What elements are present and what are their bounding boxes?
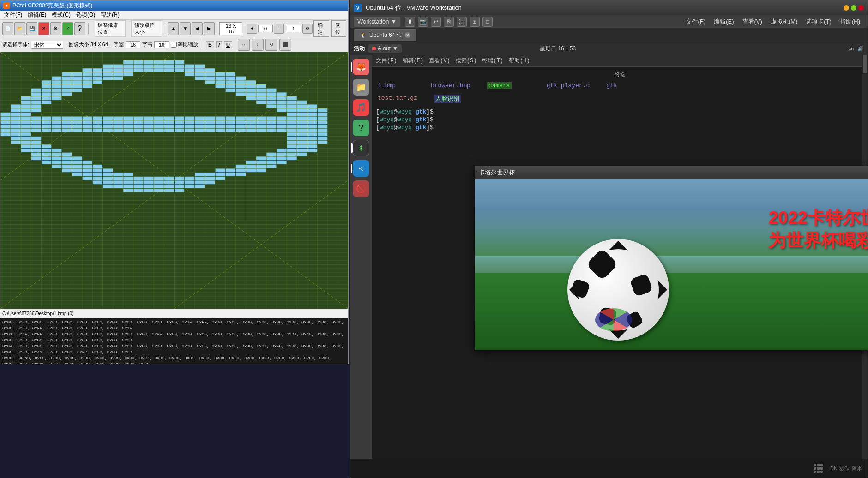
hex-line-4: 0x00, 0x0sC, 0xFF, 0x00, 0x00, 0x00, 0x0…	[2, 356, 346, 364]
pctolcd-menubar: 文件(F) 编辑(E) 模式(C) 选项(O) 帮助(H)	[0, 11, 348, 20]
menu-file[interactable]: 文件(F)	[2, 11, 24, 19]
menu-edit[interactable]: 编辑(E)	[26, 11, 48, 19]
clone-button[interactable]: ⎘	[444, 17, 454, 27]
flip-h-button[interactable]: ↔	[238, 39, 250, 51]
hex-line-1: 0x00, 0x00, 0x00, 0x00, 0x00, 0x00, 0x00…	[2, 320, 346, 332]
sidebar-forbidden[interactable]: 🚫	[353, 180, 369, 197]
term-menu-edit[interactable]: 编辑(E)	[403, 57, 424, 65]
vmware-taskbar: DN ⓒ作_阿米	[350, 459, 868, 478]
menu-mode[interactable]: 模式(C)	[50, 11, 72, 19]
underline-button[interactable]: U	[224, 41, 232, 48]
size-section: 16 X 16	[219, 22, 242, 35]
term-menu-terminal[interactable]: 终端(T)	[482, 57, 503, 65]
prompt-2: [wbyq@wbyq gtk]$	[376, 116, 864, 123]
grass-field	[475, 273, 868, 350]
settings-button[interactable]: ⚙	[50, 22, 61, 35]
spacer2	[474, 82, 483, 89]
full-screen-button[interactable]: ⛶	[457, 17, 467, 27]
term-menu-file[interactable]: 文件(F)	[376, 57, 397, 65]
ubuntu-tab[interactable]: 🐧 Ubuntu 64 位 ✕	[354, 29, 416, 41]
system-tray: cn 🔊	[848, 46, 864, 52]
vmware-menu-tabs[interactable]: 选项卡(T)	[802, 17, 835, 27]
bold-button[interactable]: B	[206, 41, 214, 48]
app-grid-icon[interactable]	[814, 464, 823, 473]
maximize-button[interactable]	[851, 5, 856, 11]
app-dot	[372, 47, 376, 50]
help-button[interactable]: ?	[74, 22, 85, 35]
term-menu-help[interactable]: 帮助(H)	[509, 57, 530, 65]
pctolcd-app-icon: ■	[3, 2, 10, 9]
flip-v-button[interactable]: ↕	[252, 39, 264, 51]
pctolcd-canvas-area[interactable]	[0, 52, 348, 309]
vmware-menu-view[interactable]: 查看(V)	[739, 17, 766, 27]
user-3: wbyq	[380, 124, 394, 131]
image-size-label: 图像大小:34 X 64	[69, 41, 108, 48]
spacer4	[593, 82, 603, 89]
prompt-1: [wbyq@wbyq gtk]$	[376, 108, 864, 115]
confirm-button[interactable]: ✓	[62, 22, 73, 35]
minimize-button[interactable]	[844, 5, 849, 11]
term-menu-view[interactable]: 查看(V)	[429, 57, 450, 65]
grid-dot-2	[817, 464, 819, 466]
sidebar-vscode[interactable]: ≺	[353, 160, 369, 177]
term-menu-search[interactable]: 搜索(S)	[456, 57, 477, 65]
open-file-button[interactable]: 📂	[14, 22, 25, 35]
scroll-thumb[interactable]	[863, 55, 867, 73]
pause-button[interactable]: ⏸	[405, 17, 415, 27]
spacer1	[399, 82, 427, 89]
delete-button[interactable]: ✕	[38, 22, 49, 35]
grid-dot-3	[820, 464, 823, 466]
pixel-size-down[interactable]: -	[274, 24, 284, 34]
grid-dot-9	[820, 471, 823, 473]
menu-options[interactable]: 选项(O)	[74, 11, 97, 19]
pixel-canvas[interactable]	[0, 52, 348, 309]
pixel-size-input[interactable]: 0	[258, 25, 273, 32]
user-2: wbyq	[380, 116, 394, 123]
arrow-down[interactable]: ▼	[180, 22, 191, 35]
ubuntu-sidebar: 🦊 📁 🎵 ? $ ≺ 🚫	[350, 55, 372, 478]
sidebar-rhythmbox[interactable]: 🎵	[353, 99, 369, 116]
worldcup-title-line2: 为世界杯喝彩！	[768, 229, 868, 252]
tab-close-button[interactable]: ✕	[405, 32, 410, 38]
right-toolbar: 确定 复位	[313, 20, 346, 37]
vmware-menu-vm[interactable]: 虚拟机(M)	[767, 17, 802, 27]
arrow-right[interactable]: ▶	[204, 22, 215, 35]
fit-guest-button[interactable]: □	[482, 17, 493, 27]
height-label: 字高	[142, 41, 152, 48]
menu-help[interactable]: 帮助(H)	[99, 11, 121, 19]
rotate-button[interactable]: ↻	[265, 39, 277, 51]
vmware-tabbar: 🐧 Ubuntu 64 位 ✕	[350, 28, 868, 42]
sidebar-help[interactable]: ?	[353, 120, 369, 136]
equal-scale-checkbox[interactable]: 等比缩放	[171, 41, 198, 48]
sidebar-files[interactable]: 📁	[353, 79, 369, 96]
adjust-label: 调整像素位置	[95, 20, 126, 37]
system-clock: 星期日 16：53	[540, 45, 576, 53]
arrow-left[interactable]: ◀	[192, 22, 203, 35]
sidebar-terminal[interactable]: $	[353, 140, 369, 156]
reset-btn[interactable]: 复位	[331, 20, 346, 37]
snapshot-button[interactable]: 📷	[418, 17, 428, 27]
italic-button[interactable]: I	[216, 41, 222, 48]
pixel-offset-input[interactable]: 0	[287, 25, 301, 32]
confirm-btn[interactable]: 确定	[313, 20, 329, 37]
workstation-dropdown[interactable]: Workstation ▼	[354, 17, 400, 27]
fit-window-button[interactable]: ⊞	[470, 17, 480, 27]
vmware-menu-edit[interactable]: 编辑(E)	[710, 17, 737, 27]
vmware-menu-help[interactable]: 帮助(H)	[836, 17, 864, 27]
pixel-size-up[interactable]: +	[247, 24, 257, 34]
close-button[interactable]	[858, 5, 864, 11]
restore-button[interactable]: ↩	[431, 17, 441, 27]
activities-button[interactable]: 活动	[354, 45, 365, 53]
invert-button[interactable]: ⬛	[279, 39, 291, 51]
dir-1: gtk	[416, 108, 426, 115]
pixel-reset[interactable]: ↺	[302, 24, 313, 34]
vmware-menu-file[interactable]: 文件(F)	[682, 17, 710, 27]
new-file-button[interactable]: 📄	[2, 22, 13, 35]
font-height-input[interactable]	[154, 41, 169, 48]
sidebar-firefox[interactable]: 🦊	[353, 59, 369, 75]
save-button[interactable]: 💾	[26, 22, 37, 35]
font-width-input[interactable]	[126, 41, 140, 48]
equal-scale-input[interactable]	[171, 42, 177, 48]
font-selector[interactable]: 宋体	[31, 41, 63, 49]
arrow-up[interactable]: ▲	[168, 22, 179, 35]
